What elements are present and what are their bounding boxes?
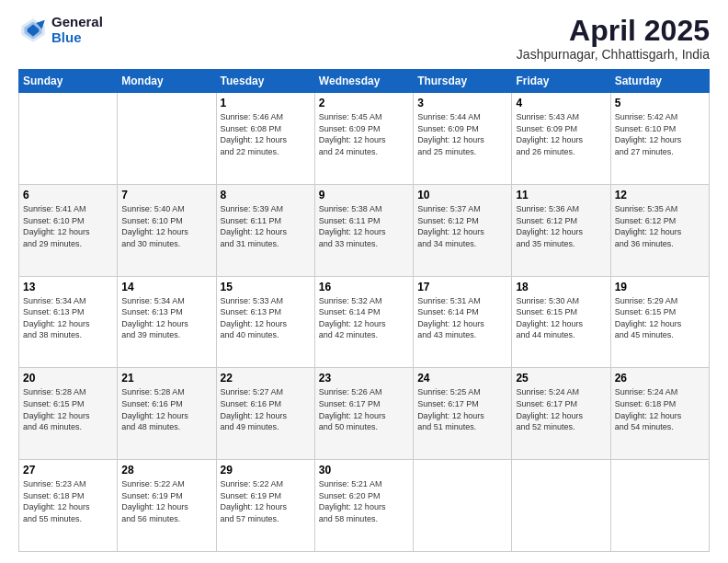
day-number: 12 [615,189,705,201]
day-number: 1 [221,97,311,109]
day-number: 28 [121,464,211,477]
day-info: Sunrise: 5:44 AMSunset: 6:09 PMDaylight:… [417,111,507,157]
day-number: 16 [319,281,409,293]
calendar-week-row: 20Sunrise: 5:28 AMSunset: 6:15 PMDayligh… [19,368,710,460]
calendar-day-cell: 29Sunrise: 5:22 AMSunset: 6:19 PMDayligh… [216,460,314,552]
calendar-day-cell [118,93,216,185]
calendar-day-cell [19,93,118,185]
month-title: April 2025 [517,15,710,47]
calendar-day-cell: 12Sunrise: 5:35 AMSunset: 6:12 PMDayligh… [610,184,709,276]
calendar-day-cell: 30Sunrise: 5:21 AMSunset: 6:20 PMDayligh… [314,460,413,552]
day-number: 5 [615,97,705,109]
day-number: 26 [615,372,705,385]
location: Jashpurnagar, Chhattisgarh, India [517,47,710,62]
calendar-day-cell: 7Sunrise: 5:40 AMSunset: 6:10 PMDaylight… [118,184,216,276]
calendar-day-cell [512,460,610,552]
calendar-day-cell: 9Sunrise: 5:38 AMSunset: 6:11 PMDaylight… [314,184,413,276]
day-info: Sunrise: 5:21 AMSunset: 6:20 PMDaylight:… [319,478,409,524]
day-info: Sunrise: 5:45 AMSunset: 6:09 PMDaylight:… [319,111,409,157]
day-of-week-header: Friday [512,70,610,93]
day-number: 20 [23,372,113,385]
day-info: Sunrise: 5:43 AMSunset: 6:09 PMDaylight:… [516,111,606,157]
logo-text: General Blue [51,15,103,45]
logo: General Blue [18,15,103,45]
logo-blue: Blue [51,30,103,46]
day-number: 3 [417,97,507,109]
day-of-week-header: Tuesday [216,70,314,93]
calendar-day-cell: 21Sunrise: 5:28 AMSunset: 6:16 PMDayligh… [118,368,216,460]
calendar-day-cell: 8Sunrise: 5:39 AMSunset: 6:11 PMDaylight… [216,184,314,276]
calendar-day-cell: 24Sunrise: 5:25 AMSunset: 6:17 PMDayligh… [414,368,512,460]
day-of-week-header: Thursday [414,70,512,93]
day-info: Sunrise: 5:34 AMSunset: 6:13 PMDaylight:… [23,295,113,341]
day-info: Sunrise: 5:25 AMSunset: 6:17 PMDaylight:… [417,386,507,432]
day-number: 29 [221,464,311,477]
day-number: 21 [121,372,211,385]
day-info: Sunrise: 5:23 AMSunset: 6:18 PMDaylight:… [23,478,113,524]
calendar-day-cell: 10Sunrise: 5:37 AMSunset: 6:12 PMDayligh… [414,184,512,276]
day-number: 8 [221,189,311,201]
calendar-day-cell: 1Sunrise: 5:46 AMSunset: 6:08 PMDaylight… [216,93,314,185]
day-info: Sunrise: 5:28 AMSunset: 6:15 PMDaylight:… [23,386,113,432]
day-number: 15 [221,281,311,293]
day-info: Sunrise: 5:36 AMSunset: 6:12 PMDaylight:… [516,203,606,249]
day-info: Sunrise: 5:31 AMSunset: 6:14 PMDaylight:… [417,295,507,341]
calendar-day-cell: 17Sunrise: 5:31 AMSunset: 6:14 PMDayligh… [414,276,512,368]
day-number: 23 [319,372,409,385]
day-number: 18 [516,281,606,293]
day-info: Sunrise: 5:27 AMSunset: 6:16 PMDaylight:… [221,386,311,432]
calendar-day-cell: 19Sunrise: 5:29 AMSunset: 6:15 PMDayligh… [610,276,709,368]
calendar-day-cell: 13Sunrise: 5:34 AMSunset: 6:13 PMDayligh… [19,276,118,368]
day-number: 22 [221,372,311,385]
day-info: Sunrise: 5:32 AMSunset: 6:14 PMDaylight:… [319,295,409,341]
day-info: Sunrise: 5:28 AMSunset: 6:16 PMDaylight:… [121,386,211,432]
day-number: 6 [23,189,113,201]
calendar-week-row: 6Sunrise: 5:41 AMSunset: 6:10 PMDaylight… [19,184,710,276]
day-info: Sunrise: 5:46 AMSunset: 6:08 PMDaylight:… [221,111,311,157]
calendar-day-cell: 11Sunrise: 5:36 AMSunset: 6:12 PMDayligh… [512,184,610,276]
calendar-day-cell: 14Sunrise: 5:34 AMSunset: 6:13 PMDayligh… [118,276,216,368]
calendar-week-row: 13Sunrise: 5:34 AMSunset: 6:13 PMDayligh… [19,276,710,368]
day-info: Sunrise: 5:42 AMSunset: 6:10 PMDaylight:… [615,111,705,157]
calendar-day-cell: 23Sunrise: 5:26 AMSunset: 6:17 PMDayligh… [314,368,413,460]
day-info: Sunrise: 5:24 AMSunset: 6:17 PMDaylight:… [516,386,606,432]
calendar-day-cell [414,460,512,552]
day-of-week-header: Monday [118,70,216,93]
calendar-day-cell [610,460,709,552]
calendar-week-row: 1Sunrise: 5:46 AMSunset: 6:08 PMDaylight… [19,93,710,185]
calendar-day-cell: 28Sunrise: 5:22 AMSunset: 6:19 PMDayligh… [118,460,216,552]
day-number: 11 [516,189,606,201]
day-number: 9 [319,189,409,201]
day-info: Sunrise: 5:38 AMSunset: 6:11 PMDaylight:… [319,203,409,249]
calendar-table: SundayMondayTuesdayWednesdayThursdayFrid… [18,69,710,552]
logo-icon [18,16,48,45]
day-number: 30 [319,464,409,477]
calendar-day-cell: 15Sunrise: 5:33 AMSunset: 6:13 PMDayligh… [216,276,314,368]
day-number: 19 [615,281,705,293]
day-number: 4 [516,97,606,109]
day-number: 2 [319,97,409,109]
day-number: 10 [417,189,507,201]
day-info: Sunrise: 5:35 AMSunset: 6:12 PMDaylight:… [615,203,705,249]
calendar-day-cell: 4Sunrise: 5:43 AMSunset: 6:09 PMDaylight… [512,93,610,185]
page: General Blue April 2025 Jashpurnagar, Ch… [0,0,728,563]
day-number: 14 [121,281,211,293]
day-info: Sunrise: 5:34 AMSunset: 6:13 PMDaylight:… [121,295,211,341]
day-number: 27 [23,464,113,477]
calendar-day-cell: 26Sunrise: 5:24 AMSunset: 6:18 PMDayligh… [610,368,709,460]
day-info: Sunrise: 5:22 AMSunset: 6:19 PMDaylight:… [221,478,311,524]
day-info: Sunrise: 5:26 AMSunset: 6:17 PMDaylight:… [319,386,409,432]
day-info: Sunrise: 5:40 AMSunset: 6:10 PMDaylight:… [121,203,211,249]
calendar-day-cell: 16Sunrise: 5:32 AMSunset: 6:14 PMDayligh… [314,276,413,368]
day-info: Sunrise: 5:24 AMSunset: 6:18 PMDaylight:… [615,386,705,432]
day-info: Sunrise: 5:30 AMSunset: 6:15 PMDaylight:… [516,295,606,341]
day-number: 13 [23,281,113,293]
calendar-day-cell: 5Sunrise: 5:42 AMSunset: 6:10 PMDaylight… [610,93,709,185]
day-info: Sunrise: 5:41 AMSunset: 6:10 PMDaylight:… [23,203,113,249]
day-of-week-header: Sunday [19,70,118,93]
calendar-day-cell: 22Sunrise: 5:27 AMSunset: 6:16 PMDayligh… [216,368,314,460]
day-info: Sunrise: 5:39 AMSunset: 6:11 PMDaylight:… [221,203,311,249]
day-of-week-header: Wednesday [314,70,413,93]
day-number: 17 [417,281,507,293]
calendar-header-row: SundayMondayTuesdayWednesdayThursdayFrid… [19,70,710,93]
